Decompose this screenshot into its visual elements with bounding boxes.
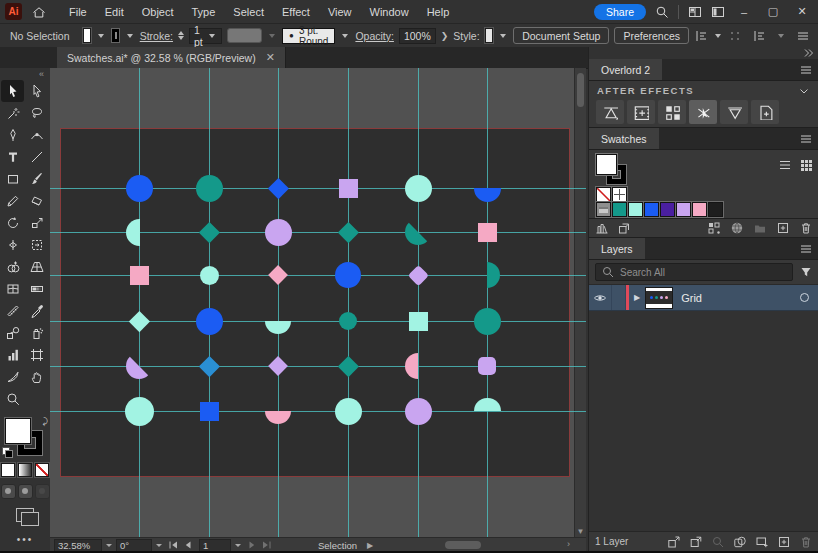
artwork-diamond-r3c3[interactable] — [269, 266, 288, 285]
fill-dropdown-icon[interactable] — [98, 34, 104, 38]
artwork-circle-r6c5[interactable] — [405, 398, 432, 425]
scroll-down-icon[interactable]: ▼ — [575, 527, 586, 536]
collapse-panels-icon[interactable] — [801, 46, 815, 60]
document-tab[interactable]: Swatches.ai* @ 32.58 % (RGB/Preview) ✕ — [57, 47, 286, 68]
scroll-right-icon[interactable]: › — [567, 539, 570, 549]
layer-target-icon[interactable] — [800, 293, 809, 302]
draw-normal-button[interactable] — [1, 484, 16, 499]
swatches-fill-stroke-proxy[interactable] — [596, 154, 628, 184]
menu-window[interactable]: Window — [361, 1, 418, 23]
overlord-cursor-x-button[interactable] — [689, 100, 717, 124]
eyedropper-tool[interactable] — [25, 300, 48, 322]
menu-file[interactable]: File — [60, 1, 96, 23]
eraser-tool[interactable] — [25, 190, 48, 212]
draw-behind-button[interactable] — [18, 484, 33, 499]
curvature-tool[interactable] — [25, 124, 48, 146]
collapse-tools-icon[interactable]: « — [0, 68, 50, 80]
mesh-tool[interactable] — [1, 278, 24, 300]
rotate-tool[interactable] — [1, 212, 24, 234]
new-swatch-icon[interactable] — [776, 221, 790, 235]
maximize-button[interactable]: ▢ — [763, 5, 783, 18]
overlord-composition-button[interactable] — [627, 100, 655, 124]
artwork-square-r1c4[interactable] — [339, 179, 358, 198]
align-dropdown-icon[interactable] — [715, 34, 721, 38]
stroke-weight-stepper[interactable] — [178, 31, 184, 40]
stroke-color-swatch[interactable] — [111, 28, 120, 43]
rotation-select[interactable]: 0° — [116, 539, 152, 552]
preferences-button[interactable]: Preferences — [614, 27, 689, 44]
artwork-semicircle-r6c3[interactable] — [265, 398, 291, 424]
layers-panel-menu-icon[interactable] — [799, 242, 818, 256]
vertical-guide-4[interactable] — [348, 68, 349, 537]
perspective-grid-tool[interactable] — [25, 256, 48, 278]
zoom-dropdown-icon[interactable] — [106, 544, 112, 547]
artwork-semicircle-r3c6[interactable] — [474, 262, 500, 288]
stroke-label[interactable]: Stroke: — [140, 30, 173, 42]
edit-toolbar-icon[interactable]: ••• — [0, 534, 50, 545]
color-themes-icon[interactable] — [730, 221, 744, 235]
opacity-expand-icon[interactable]: ❯ — [441, 31, 449, 41]
close-button[interactable]: ✕ — [792, 5, 812, 18]
touch-workspace-icon[interactable] — [728, 29, 742, 43]
slice-tool[interactable] — [1, 366, 24, 388]
section-chevron-icon[interactable] — [797, 84, 811, 98]
vertical-guide-3[interactable] — [278, 68, 279, 537]
measure-tool[interactable] — [1, 300, 24, 322]
artwork-diamond-r5c3[interactable] — [269, 357, 288, 376]
vertical-guide-2[interactable] — [209, 68, 210, 537]
new-sublayer-icon[interactable] — [755, 535, 769, 549]
magic-wand-tool[interactable] — [1, 102, 24, 124]
default-fill-stroke-icon[interactable] — [2, 447, 13, 458]
selection-tool[interactable] — [1, 80, 24, 102]
overlord-matte-below-button[interactable] — [720, 100, 748, 124]
app-logo-icon[interactable]: Ai — [5, 3, 22, 20]
artwork-rounded-square-r5c6[interactable] — [478, 357, 496, 375]
symbol-sprayer-tool[interactable] — [25, 322, 48, 344]
artwork-square-r6c2[interactable] — [200, 402, 219, 421]
artwork-circle-r4c4[interactable] — [339, 312, 357, 330]
vertical-guide-5[interactable] — [418, 68, 419, 537]
swatch-color-2[interactable] — [628, 202, 643, 217]
swatch-color-4[interactable] — [660, 202, 675, 217]
swatch-registration[interactable] — [612, 187, 627, 202]
tab-swatches[interactable]: Swatches — [589, 128, 659, 149]
horizontal-scrollbar[interactable]: › — [383, 538, 586, 552]
overlord-matte-above-button[interactable] — [596, 100, 624, 124]
last-artboard-icon[interactable] — [260, 538, 274, 552]
zoom-tool[interactable] — [1, 388, 24, 410]
expand-layer-icon[interactable]: ▶ — [629, 293, 645, 302]
horizontal-scrollbar-thumb[interactable] — [445, 541, 481, 549]
artwork-circle-r1c2[interactable] — [196, 175, 223, 202]
make-clipping-mask-icon[interactable] — [733, 535, 747, 549]
vertical-guide-1[interactable] — [139, 68, 140, 537]
artwork-circle-r3c2[interactable] — [200, 266, 219, 285]
style-dropdown-icon[interactable] — [500, 34, 506, 38]
hand-tool[interactable] — [25, 366, 48, 388]
artwork-square-r2c6[interactable] — [478, 223, 497, 242]
swatch-color-7[interactable] — [708, 202, 723, 217]
swatch-color-1[interactable] — [612, 202, 627, 217]
zoom-level-select[interactable]: 32.58% — [54, 539, 102, 552]
filter-icon[interactable] — [799, 265, 813, 279]
menu-effect[interactable]: Effect — [273, 1, 319, 23]
toolbar-options-dropdown-icon[interactable] — [778, 34, 784, 38]
stroke-dropdown-icon[interactable] — [127, 34, 133, 38]
artwork-diamond-r5c4[interactable] — [338, 356, 358, 376]
artwork-diamond-r2c2[interactable] — [199, 222, 219, 242]
swatch-kinds-icon[interactable] — [707, 221, 721, 235]
fill-color-swatch[interactable] — [83, 28, 92, 43]
artboard-dropdown-icon[interactable] — [235, 544, 241, 547]
scale-tool[interactable] — [25, 212, 48, 234]
artwork-semicircle-r4c3[interactable] — [265, 308, 291, 334]
menu-type[interactable]: Type — [183, 1, 225, 23]
layer-row-grid[interactable]: ▶ Grid — [589, 285, 818, 311]
vertical-scrollbar[interactable]: ▼ — [574, 68, 586, 537]
grid-view-icon[interactable] — [799, 158, 813, 172]
lasso-tool[interactable] — [25, 102, 48, 124]
artwork-semicircle-r5c5[interactable] — [405, 353, 431, 379]
artwork-square-r3c1[interactable] — [130, 266, 149, 285]
artwork-diamond-r5c2[interactable] — [199, 356, 219, 376]
none-mode-button[interactable] — [35, 463, 49, 477]
rectangle-tool[interactable] — [1, 168, 24, 190]
basic-advanced-toolbar-icon[interactable] — [752, 29, 766, 43]
